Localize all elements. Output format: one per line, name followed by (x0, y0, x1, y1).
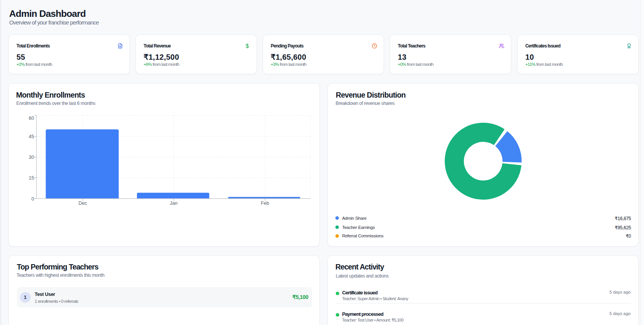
svg-text:15: 15 (29, 175, 34, 181)
svg-text:Dec: Dec (78, 201, 87, 206)
svg-text:30: 30 (29, 155, 34, 160)
svg-text:60: 60 (29, 116, 34, 121)
svg-text:45: 45 (29, 134, 34, 139)
svg-text:Jan: Jan (170, 201, 178, 206)
svg-text:Feb: Feb (261, 201, 269, 206)
svg-text:0: 0 (31, 196, 34, 202)
